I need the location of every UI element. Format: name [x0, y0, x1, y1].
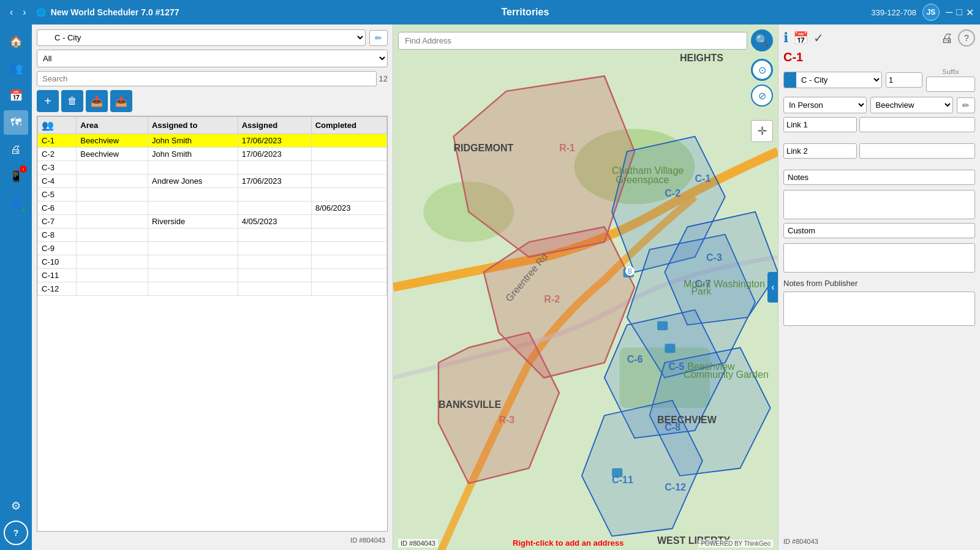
row-id: C-9 — [38, 242, 77, 255]
sidebar-item-home[interactable]: 🏠 — [4, 29, 28, 54]
table-row[interactable]: C-2 Beechview John Smith 17/06/2023 — [38, 148, 387, 161]
method-area-row: In Person Phone Letter Online Beechview … — [783, 97, 975, 113]
row-assigned-to — [148, 255, 238, 269]
table-row[interactable]: C-6 8/06/2023 — [38, 202, 387, 215]
map-id-left: ID #804043 — [398, 539, 438, 548]
help-button-right[interactable]: ? — [958, 29, 975, 47]
notes-from-publisher-textarea[interactable] — [783, 292, 975, 326]
table-row[interactable]: C-12 — [38, 282, 387, 296]
territory-type-dropdown[interactable]: C - City R - Rural B - Business — [50, 30, 365, 45]
import-button[interactable]: 📥 — [86, 90, 108, 112]
sidebar-item-people[interactable]: 👥 — [4, 56, 28, 81]
col-area[interactable]: Area — [77, 117, 148, 134]
row-assigned: 17/06/2023 — [238, 175, 311, 188]
map-search-input[interactable] — [398, 32, 747, 50]
territory-table: 👥 Area Assigned to Assigned Completed C-… — [37, 116, 387, 296]
map-zoom-btn[interactable]: ⊘ — [751, 85, 773, 107]
table-row[interactable]: C-1 Beechview John Smith 17/06/2023 — [38, 134, 387, 148]
territory-type-edit-button[interactable]: ✏ — [369, 30, 388, 46]
row-assigned-to: John Smith — [148, 148, 238, 161]
territory-number-input[interactable] — [886, 72, 922, 88]
right-panel: ℹ 📅 ✓ 🖨 ? C-1 C - City R - Rural B - Bus… — [778, 24, 980, 550]
info-button[interactable]: ℹ — [783, 30, 788, 46]
right-territory-type-dropdown[interactable]: C - City R - Rural B - Business — [796, 72, 881, 88]
right-header-row: C-1 — [783, 50, 975, 64]
sidebar-item-user-check[interactable]: 👤 ✓ — [4, 191, 28, 216]
link1-url-input[interactable] — [859, 117, 975, 132]
maximize-button[interactable]: □ — [956, 7, 962, 18]
check-icon-button[interactable]: ✓ — [813, 31, 824, 45]
territory-type-number-row: C - City R - Rural B - Business Suffix — [783, 68, 975, 92]
link2-url-input[interactable] — [859, 143, 975, 159]
print-button-right[interactable]: 🖨 — [941, 31, 953, 45]
minimize-button[interactable]: ─ — [946, 7, 952, 18]
title-bar: ‹ › 🌐 New World Scheduler 7.0 #1277 Terr… — [0, 0, 980, 24]
left-panel: C - City R - Rural B - Business ✏ All As… — [32, 24, 393, 550]
map-container[interactable]: R-1 R-2 R-3 C-2 C-1 C-7 C-3 C-5 C-6 C-8 … — [393, 24, 778, 550]
svg-rect-39 — [657, 321, 668, 330]
col-assigned[interactable]: Assigned — [238, 117, 311, 134]
table-row[interactable]: C-8 — [38, 228, 387, 242]
suffix-label: Suffix — [942, 68, 959, 75]
navigation-buttons[interactable]: ‹ › — [6, 6, 30, 19]
map-move-btn[interactable]: ✛ — [751, 120, 773, 142]
link2-label-input[interactable] — [783, 143, 857, 159]
custom-label-input[interactable] — [783, 223, 975, 238]
sidebar-left: 🏠 👥 📅 🗺 🖨 📱 ! 👤 ✓ ⚙ ? — [0, 24, 32, 550]
area-dropdown[interactable]: Beechview Riverside Downtown — [870, 97, 954, 113]
row-assigned — [238, 202, 311, 215]
row-id: C-2 — [38, 148, 77, 161]
row-id: C-10 — [38, 255, 77, 269]
sidebar-item-phone[interactable]: 📱 ! — [4, 164, 28, 189]
back-button[interactable]: ‹ — [6, 6, 17, 19]
add-button[interactable]: + — [37, 90, 59, 112]
forward-button[interactable]: › — [19, 6, 29, 19]
page-title: Territories — [179, 7, 872, 18]
row-area — [77, 215, 148, 228]
window-controls[interactable]: ─ □ ✕ — [946, 7, 974, 18]
territory-table-container: 👥 Area Assigned to Assigned Completed C-… — [37, 116, 388, 532]
table-row[interactable]: C-4 Andrew Jones 17/06/2023 — [38, 175, 387, 188]
table-row[interactable]: C-11 — [38, 269, 387, 282]
method-dropdown[interactable]: In Person Phone Letter Online — [783, 97, 867, 113]
row-completed — [311, 269, 386, 282]
calendar-icon-button[interactable]: 📅 — [793, 31, 809, 45]
table-row[interactable]: C-9 — [38, 242, 387, 255]
map-search-button[interactable]: 🔍 — [751, 29, 773, 51]
export-button[interactable]: 📤 — [110, 90, 132, 112]
row-assigned-to — [148, 269, 238, 282]
sidebar-item-print[interactable]: 🖨 — [4, 137, 28, 162]
notes-label-input[interactable] — [783, 170, 975, 185]
user-avatar[interactable]: JS — [922, 4, 940, 21]
filter-dropdown[interactable]: All Assigned Unassigned Completed — [37, 50, 388, 67]
table-row[interactable]: C-5 — [38, 188, 387, 202]
row-assigned — [238, 242, 311, 255]
custom-textarea[interactable] — [783, 243, 975, 273]
area-edit-button[interactable]: ✏ — [957, 97, 975, 113]
delete-button[interactable]: 🗑 — [61, 90, 83, 112]
map-collapse-button[interactable]: ‹ — [767, 272, 778, 303]
sidebar-item-settings[interactable]: ⚙ — [4, 494, 28, 518]
row-area — [77, 242, 148, 255]
sidebar-item-help[interactable]: ? — [4, 521, 28, 545]
filter-row: All Assigned Unassigned Completed — [37, 50, 388, 67]
right-territory-dropdown-container: C - City R - Rural B - Business — [783, 72, 882, 88]
search-input[interactable] — [37, 71, 377, 86]
left-bottom-status: ID #804043 — [37, 535, 388, 545]
sidebar-item-map[interactable]: 🗺 — [4, 110, 28, 135]
link2-row — [783, 143, 975, 159]
col-completed[interactable]: Completed — [311, 117, 386, 134]
right-panel-title: C-1 — [783, 50, 803, 64]
col-assigned-to[interactable]: Assigned to — [148, 117, 238, 134]
link1-label-input[interactable] — [783, 117, 857, 132]
table-row[interactable]: C-10 — [38, 255, 387, 269]
suffix-input[interactable] — [926, 77, 975, 92]
table-row[interactable]: C-7 Riverside 4/05/2023 — [38, 215, 387, 228]
svg-text:HEIGHTS: HEIGHTS — [680, 53, 723, 63]
user-id: 339-122-708 — [871, 8, 916, 17]
close-button[interactable]: ✕ — [966, 7, 974, 18]
notes-textarea[interactable] — [783, 190, 975, 219]
sidebar-item-calendar[interactable]: 📅 — [4, 83, 28, 108]
table-row[interactable]: C-3 — [38, 161, 387, 175]
map-select-btn[interactable]: ⊙ — [751, 59, 773, 81]
